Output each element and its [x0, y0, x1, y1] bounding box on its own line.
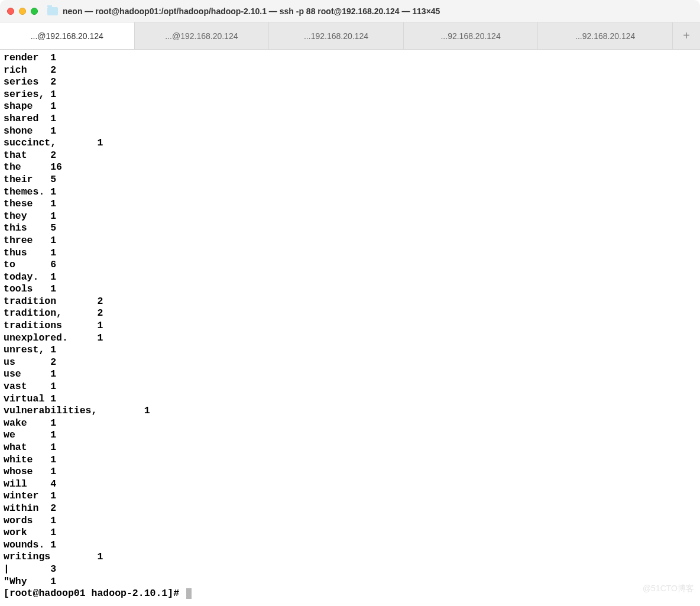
minimize-button[interactable]	[19, 8, 26, 15]
terminal-tab-2[interactable]: ...192.168.20.124	[269, 22, 404, 49]
new-tab-button[interactable]: +	[673, 22, 700, 49]
tab-label: ...92.168.20.124	[575, 31, 635, 41]
terminal-output[interactable]: render 1 rich 2 series 2 series, 1 shape…	[0, 50, 700, 602]
tab-bar: ...@192.168.20.124 ...@192.168.20.124 ..…	[0, 22, 700, 50]
window-title: neon — root@hadoop01:/opt/hadoop/hadoop-…	[63, 7, 440, 16]
maximize-button[interactable]	[31, 8, 38, 15]
prompt-text: [root@hadoop01 hadoop-2.10.1]#	[4, 588, 185, 600]
terminal-tab-3[interactable]: ...92.168.20.124	[404, 22, 539, 49]
tab-label: ...92.168.20.124	[440, 31, 500, 41]
plus-icon: +	[683, 29, 690, 43]
tab-label: ...192.168.20.124	[304, 31, 368, 41]
shell-prompt[interactable]: [root@hadoop01 hadoop-2.10.1]#	[4, 588, 696, 600]
folder-icon	[47, 7, 58, 15]
tab-label: ...@192.168.20.124	[31, 31, 103, 41]
traffic-lights	[7, 8, 38, 15]
cursor	[186, 588, 192, 599]
terminal-tab-1[interactable]: ...@192.168.20.124	[135, 22, 270, 49]
watermark: @51CTO博客	[643, 584, 694, 594]
terminal-tab-0[interactable]: ...@192.168.20.124	[0, 22, 135, 49]
terminal-tab-4[interactable]: ...92.168.20.124	[538, 22, 673, 49]
tab-label: ...@192.168.20.124	[165, 31, 238, 41]
close-button[interactable]	[7, 8, 14, 15]
window-titlebar: neon — root@hadoop01:/opt/hadoop/hadoop-…	[0, 0, 700, 22]
